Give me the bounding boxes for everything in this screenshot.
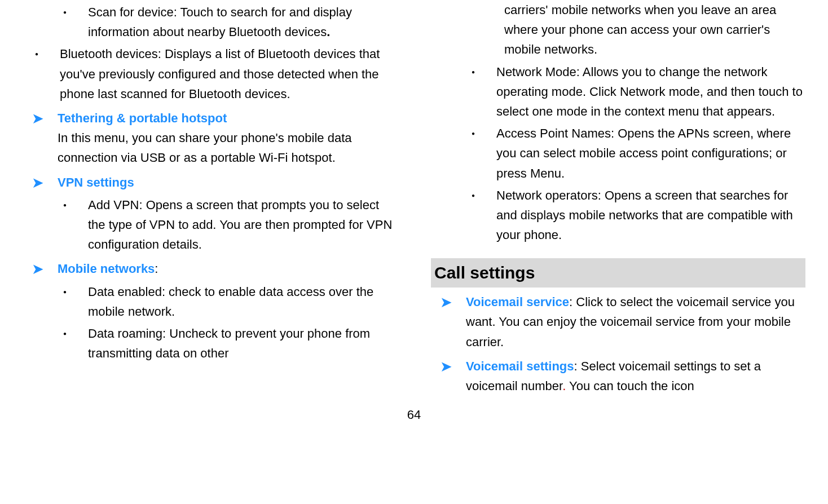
body-text: Data enabled: check to enable data acces… <box>88 282 397 321</box>
vpn-section: ➤ VPN settings <box>23 173 397 193</box>
bullet-icon <box>56 195 88 255</box>
bullet-icon <box>465 123 496 183</box>
body-text: In this menu, you can share your phone's… <box>58 128 397 167</box>
bullet-icon <box>56 324 88 363</box>
section-title: Tethering & portable hotspot <box>58 108 397 128</box>
bullet-icon <box>56 2 88 42</box>
section-title: Voicemail service <box>466 295 569 309</box>
bullet-icon <box>56 282 88 321</box>
list-item: Access Point Names: Opens the APNs scree… <box>465 123 805 183</box>
bullet-icon <box>28 44 60 104</box>
body-text: Network operators: Opens a screen that s… <box>496 185 805 245</box>
voicemail-service-section: ➤ Voicemail service: Click to select the… <box>431 292 805 352</box>
bluetooth-devices-section: Bluetooth devices: Displays a list of Bl… <box>23 44 397 104</box>
left-column: Scan for device: Touch to search for and… <box>23 0 397 398</box>
list-item: Data enabled: check to enable data acces… <box>56 282 397 321</box>
section-title: Mobile networks <box>58 262 155 276</box>
voicemail-settings-section: ➤ Voicemail settings: Select voicemail s… <box>431 356 805 396</box>
arrow-icon: ➤ <box>32 173 58 193</box>
list-item: Data roaming: Uncheck to prevent your ph… <box>56 324 397 363</box>
list-item: Network Mode: Allows you to change the n… <box>465 62 805 122</box>
right-column: carriers' mobile networks when you leave… <box>431 0 805 398</box>
scan-section: Scan for device: Touch to search for and… <box>23 2 397 42</box>
list-item: Bluetooth devices: Displays a list of Bl… <box>28 44 397 104</box>
bullet-icon <box>465 62 496 122</box>
roaming-continuation: carriers' mobile networks when you leave… <box>504 0 805 60</box>
body-text: Network Mode: Allows you to change the n… <box>496 62 805 122</box>
arrow-icon: ➤ <box>440 356 466 396</box>
bullet-icon <box>465 185 496 245</box>
mobile-networks-section: ➤ Mobile networks: <box>23 259 397 279</box>
section-title: Voicemail settings <box>466 359 574 373</box>
body-text: Data roaming: Uncheck to prevent your ph… <box>88 324 397 363</box>
section-title: VPN settings <box>58 173 397 192</box>
arrow-icon: ➤ <box>440 292 466 352</box>
list-item: Add VPN: Opens a screen that prompts you… <box>56 195 397 255</box>
body-text: Bluetooth devices: Displays a list of Bl… <box>60 44 397 104</box>
list-item: Scan for device: Touch to search for and… <box>56 2 397 42</box>
body-text: Access Point Names: Opens the APNs scree… <box>496 123 805 183</box>
body-text: Scan for device: Touch to search for and… <box>88 2 397 42</box>
page-number: 64 <box>0 405 828 425</box>
body-text: Add VPN: Opens a screen that prompts you… <box>88 195 397 255</box>
arrow-icon: ➤ <box>32 108 58 168</box>
tethering-section: ➤ Tethering & portable hotspot In this m… <box>23 108 397 168</box>
call-settings-heading: Call settings <box>431 258 805 288</box>
list-item: Network operators: Opens a screen that s… <box>465 185 805 245</box>
arrow-icon: ➤ <box>32 259 58 279</box>
